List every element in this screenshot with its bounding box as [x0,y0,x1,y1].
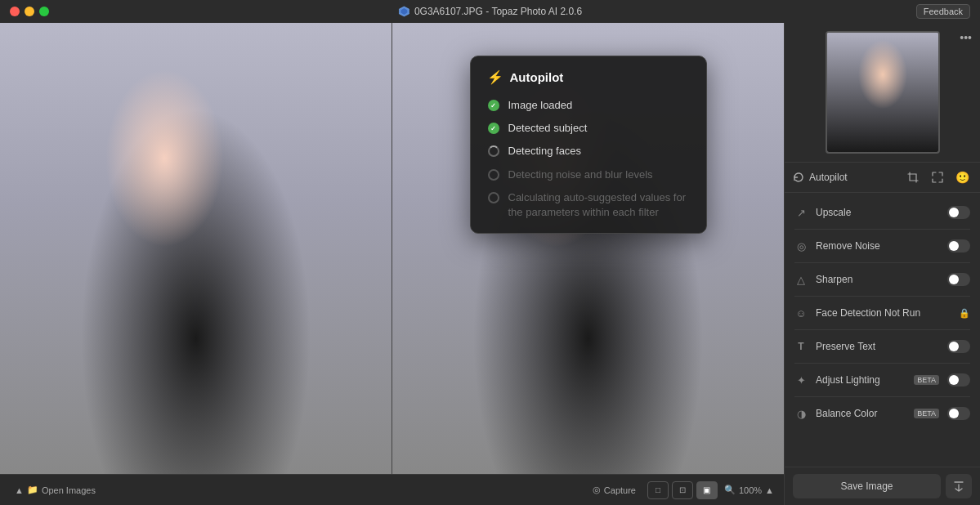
upscale-toggle[interactable] [947,206,970,219]
filter-item-face-detection[interactable]: ☺ Face Detection Not Run 🔒 [785,300,980,326]
maximize-button[interactable] [39,7,49,16]
zoom-value: 100% [739,485,762,495]
zoom-chevron-icon: ▲ [765,485,774,495]
capture-icon: ◎ [593,485,601,495]
filter-name-preserve-text: Preserve Text [816,341,939,352]
adjust-lighting-icon: ✦ [794,373,808,387]
export-icon [953,480,964,492]
main-layout: ⚡ Autopilot Image loaded [0,23,980,505]
expand-button[interactable] [928,168,947,187]
filter-item-remove-noise[interactable]: ◎ Remove Noise [785,233,980,259]
capture-button[interactable]: ◎ Capture [588,482,641,498]
balance-color-icon: ◑ [794,407,808,420]
filter-name-upscale: Upscale [816,207,939,218]
step-image-loaded: Image loaded [487,98,690,113]
save-button[interactable]: Save Image [793,474,941,498]
view-controls: □ ⊡ ▣ [647,481,718,499]
app-logo-icon [398,6,409,17]
remove-noise-icon: ◎ [794,239,808,252]
titlebar: 0G3A6107.JPG - Topaz Photo AI 2.0.6 Feed… [0,0,980,23]
separator-2 [794,262,970,263]
close-button[interactable] [10,7,20,16]
step-spin-icon [487,145,500,158]
right-image-panel[interactable]: ⚡ Autopilot Image loaded [392,23,784,474]
split-view-button[interactable]: ⊡ [672,481,693,499]
crop-icon [907,172,919,183]
window-title: 0G3A6107.JPG - Topaz Photo AI 2.0.6 [398,6,582,17]
preserve-text-icon: T [794,340,808,353]
filter-item-upscale[interactable]: ↗ Upscale [785,199,980,226]
filters-list: ↗ Upscale ◎ Remove Noise △ Sharpen [785,193,980,467]
refresh-icon [793,172,804,183]
original-image [0,23,392,474]
left-image-panel[interactable] [0,23,392,474]
filter-name-face-detection: Face Detection Not Run [816,307,951,319]
preserve-text-toggle[interactable] [947,340,970,353]
step-calculating: Calculating auto-suggested values for th… [487,190,690,220]
separator-3 [794,296,970,297]
thumbnail-area: ••• [785,23,980,163]
filter-item-sharpen[interactable]: △ Sharpen [785,266,980,293]
filter-item-preserve-text[interactable]: T Preserve Text [785,333,980,360]
step-detected-subject: Detected subject [487,121,690,136]
chevron-up-icon: ▲ [15,485,24,495]
right-panel: ••• Autopilot 🙂 [784,23,980,505]
filter-name-balance-color: Balance Color [816,408,902,419]
zoom-display: 🔍 100% ▲ [724,485,774,495]
feedback-button[interactable]: Feedback [916,4,970,19]
filter-name-remove-noise: Remove Noise [816,240,939,252]
separator-1 [794,229,970,230]
face-icon: 🙂 [955,171,969,184]
expand-icon [932,172,943,183]
emoji-button[interactable]: 🙂 [952,168,972,187]
autopilot-title: Autopilot [510,70,564,84]
filter-item-balance-color[interactable]: ◑ Balance Color BETA [785,400,980,427]
image-area: ⚡ Autopilot Image loaded [0,23,784,505]
step-detecting-noise: Detecting noise and blur levels [487,168,690,182]
folder-icon: 📁 [27,485,38,495]
bottom-bar: ▲ 📁 Open Images ◎ Capture □ ⊡ ▣ 🔍 100% ▲ [0,474,784,505]
step-text-2: Detected subject [508,121,588,136]
autopilot-bolt-icon: ⚡ [487,69,503,85]
step-text-5: Calculating auto-suggested values for th… [508,190,690,220]
autopilot-header: ⚡ Autopilot [487,69,690,85]
save-area: Save Image [785,467,980,505]
face-detection-icon: ☺ [794,306,808,320]
step-text-4: Detecting noise and blur levels [508,168,653,182]
step-empty-icon-2 [487,191,500,204]
autopilot-steps: Image loaded Detected subject [487,98,690,220]
balance-color-toggle[interactable] [947,407,970,420]
right-toolbar: Autopilot 🙂 [785,163,980,193]
autopilot-toolbar-label: Autopilot [793,172,898,183]
balance-color-badge: BETA [914,409,939,418]
single-view-button[interactable]: □ [647,481,669,499]
thumbnail-menu-button[interactable]: ••• [960,31,972,44]
step-text-3: Detecting faces [508,144,582,159]
save-export-button[interactable] [946,474,972,498]
step-empty-icon [487,168,500,181]
remove-noise-toggle[interactable] [947,239,970,252]
filter-item-adjust-lighting[interactable]: ✦ Adjust Lighting BETA [785,367,980,393]
autopilot-panel: ⚡ Autopilot Image loaded [470,56,707,234]
image-thumbnail [826,31,940,154]
adjust-lighting-toggle[interactable] [947,373,970,387]
step-detecting-faces: Detecting faces [487,144,690,159]
image-panels: ⚡ Autopilot Image loaded [0,23,784,474]
side-by-side-button[interactable]: ▣ [696,481,718,499]
step-text: Image loaded [508,98,573,113]
minimize-button[interactable] [25,7,34,16]
sharpen-icon: △ [794,273,808,286]
sharpen-toggle[interactable] [947,273,970,286]
open-images-button[interactable]: ▲ 📁 Open Images [10,482,101,498]
separator-5 [794,363,970,364]
crop-button[interactable] [903,168,923,187]
zoom-icon: 🔍 [724,485,736,495]
adjust-lighting-badge: BETA [914,375,939,385]
step-done-icon-2 [487,122,500,135]
upscale-icon: ↗ [794,206,808,219]
step-done-icon [487,99,500,112]
separator-4 [794,329,970,330]
window-controls[interactable] [10,7,49,16]
lock-icon: 🔒 [959,308,970,319]
filter-name-adjust-lighting: Adjust Lighting [816,374,902,386]
